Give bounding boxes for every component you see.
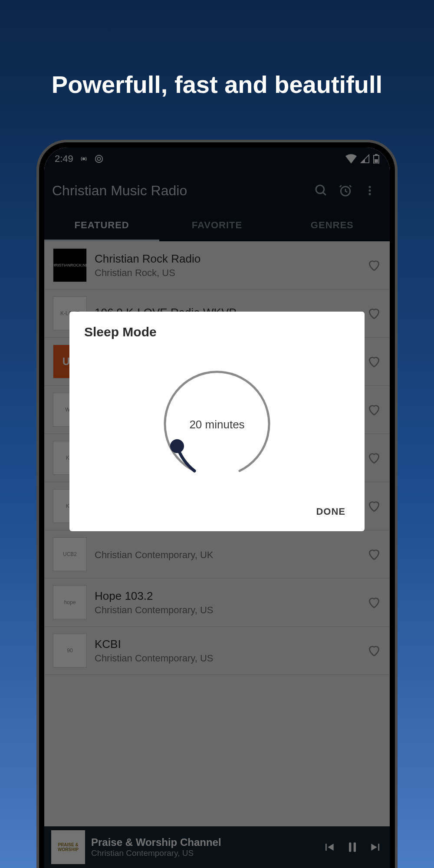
done-button[interactable]: DONE xyxy=(312,501,350,523)
phone-screen: 2:49 Christi xyxy=(44,148,390,868)
svg-point-14 xyxy=(170,439,184,453)
page-headline: Powerfull, fast and beautifull xyxy=(0,0,434,99)
dialog-title: Sleep Mode xyxy=(84,325,350,339)
sleep-mode-dialog: Sleep Mode 20 minutes DONE xyxy=(69,312,365,531)
phone-frame: 2:49 Christi xyxy=(36,140,398,868)
sleep-dial[interactable]: 20 minutes xyxy=(84,348,350,501)
dial-value: 20 minutes xyxy=(189,418,244,431)
